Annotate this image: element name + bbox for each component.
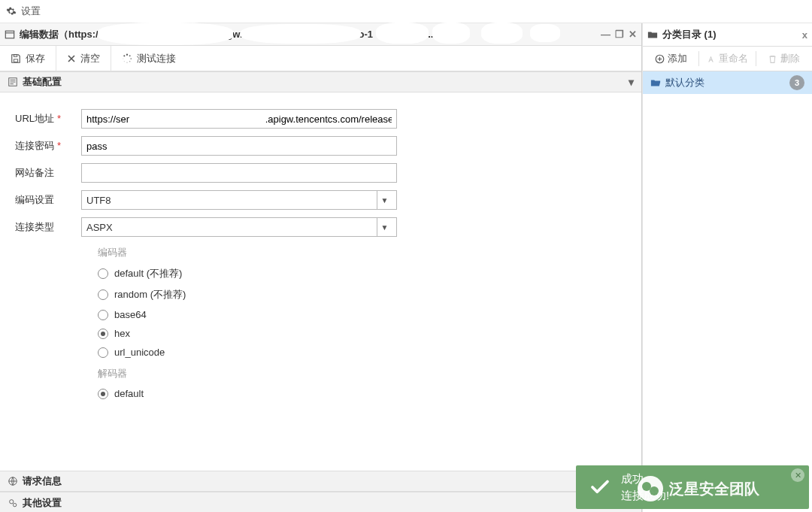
section-other-settings[interactable]: 其他设置 [0,492,641,512]
encoder-option-label: hex [114,328,130,339]
save-icon [11,53,21,64]
svg-point-10 [123,58,123,59]
encoder-option[interactable]: hex [98,328,626,339]
test-connection-button[interactable]: 测试连接 [111,46,186,71]
delete-category-button[interactable]: 删除 [756,47,812,71]
svg-rect-2 [14,59,17,62]
editor-title-part: 编辑数据（https://s [20,29,107,40]
basic-config-form: URL地址* 连接密码* 网站备注 编码设置 UTF8 ▼ [0,92,641,471]
radio-icon [98,310,108,320]
encoding-select[interactable]: UTF8 ▼ [81,190,397,210]
encoder-option-label: base64 [114,309,147,320]
add-category-button[interactable]: 添加 [643,47,698,71]
svg-point-17 [10,499,14,503]
encoder-option[interactable]: default (不推荐) [98,267,626,280]
encoding-label: 编码设置 [15,193,81,207]
minimize-button[interactable]: — [601,29,611,40]
encoder-group: 编码器 default (不推荐)random (不推荐)base64hexur… [98,246,626,358]
chevron-down-icon: ▼ [377,191,392,209]
editor-panel: 编辑数据（https://s ________13________ .apigw… [0,23,642,512]
wechat-icon [638,476,663,501]
editor-title-part: /relea [270,29,295,40]
rename-category-button[interactable]: 重命名 [699,47,755,71]
svg-point-11 [123,55,125,56]
gear-icon [6,6,17,17]
password-label: 连接密码* [15,139,81,153]
folder-open-icon [650,77,661,88]
category-panel-title: 分类目录 (1) x [643,23,812,46]
encoder-group-label: 编码器 [98,246,626,259]
save-button[interactable]: 保存 [0,46,56,71]
editor-title-part: .apigw. [210,29,243,40]
top-menu: 设置 [0,0,812,23]
radio-icon [98,268,108,279]
encoder-option[interactable]: base64 [98,309,626,320]
svg-point-4 [126,53,128,55]
toast-close-button[interactable]: ✕ [791,468,804,482]
encoder-option-label: url_unicode [114,347,165,358]
chevron-down-icon: ▾ [629,76,634,88]
encoder-option[interactable]: random (不推荐) [98,288,626,301]
section-basic-config[interactable]: 基础配置 ▾ [0,71,641,92]
radio-icon [98,389,108,399]
close-button[interactable]: ✕ [629,29,637,40]
encoder-option-label: default (不推荐) [114,267,182,280]
password-input[interactable] [81,136,397,156]
encoder-option-label: random (不推荐) [114,288,186,301]
note-label: 网站备注 [15,166,81,180]
trash-icon [768,54,777,64]
decoder-group-label: 解码器 [98,367,626,380]
watermark: 泛星安全团队 [638,476,759,501]
section-request-label: 请求信息 [23,474,62,488]
svg-rect-3 [14,54,17,56]
svg-point-7 [129,60,131,62]
font-icon [706,54,716,64]
radio-icon [98,329,108,339]
menu-settings[interactable]: 设置 [21,5,41,18]
section-request-info[interactable]: 请求信息 [0,471,641,492]
section-other-label: 其他设置 [23,496,62,510]
decoder-option-label: default [114,388,144,399]
close-icon [67,54,76,63]
panel-close-button[interactable]: x [802,29,807,41]
editor-title-part: 157 [384,29,401,40]
check-icon [586,474,614,501]
decoder-option[interactable]: default [98,388,626,399]
spinner-icon [122,53,132,64]
clear-button[interactable]: 清空 [56,46,111,71]
radio-icon [98,347,108,358]
editor-panel-title: 编辑数据（https://s ________13________ .apigw… [0,23,641,46]
encoder-option[interactable]: url_unicode [98,347,626,358]
chevron-down-icon: ▼ [377,218,392,236]
category-item-label: 默认分类 [665,76,704,89]
svg-point-18 [13,503,16,506]
cogs-icon [8,498,18,508]
restore-button[interactable]: ❐ [615,29,624,40]
svg-rect-0 [5,31,14,38]
globe-icon [8,476,18,486]
decoder-group: 解码器 default [98,367,626,399]
category-panel: 分类目录 (1) x 添加 重命名 删除 [642,23,812,512]
plus-circle-icon [655,54,665,64]
window-icon [5,29,15,40]
category-count-badge: 3 [789,75,804,90]
svg-point-5 [129,55,131,56]
url-input[interactable] [81,109,397,129]
form-icon [8,77,18,87]
folder-icon [647,29,658,40]
editor-toolbar: 保存 清空 测试连接 [0,46,641,71]
conn-type-select[interactable]: ASPX ▼ [81,217,397,237]
url-label: URL地址* [15,112,81,126]
svg-point-8 [126,62,127,62]
category-toolbar: 添加 重命名 删除 [643,46,812,71]
radio-icon [98,289,108,300]
svg-point-6 [130,58,132,59]
section-basic-label: 基础配置 [23,75,62,89]
category-item-default[interactable]: 默认分类 3 [643,71,812,94]
editor-title-part: o-1 [359,29,374,40]
editor-title-part: WHt [317,29,337,40]
editor-title-part: 99?... [411,29,436,40]
svg-point-9 [124,61,125,62]
conn-type-label: 连接类型 [15,220,81,234]
note-input[interactable] [81,163,397,183]
